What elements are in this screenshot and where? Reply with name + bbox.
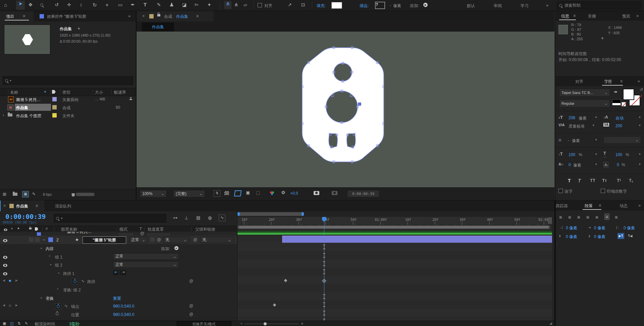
draft-3d-icon[interactable]: ⊥	[184, 215, 188, 220]
viewer-tab[interactable]: 作品集	[142, 22, 174, 32]
layer-label-chip[interactable]	[48, 237, 53, 242]
property-label[interactable]: 变换: 组 2	[63, 287, 81, 293]
caret-down-icon[interactable]: ▾	[595, 138, 597, 141]
tab-dynamics[interactable]: 动态	[620, 203, 628, 209]
puppet-pin-tool-icon[interactable]: ✦	[207, 2, 211, 7]
pick-whip-icon[interactable]: @	[189, 304, 193, 308]
space-after-value[interactable]: 0 像素	[594, 234, 605, 240]
trash-icon[interactable]	[71, 193, 75, 196]
fit-icon[interactable]: ⊡	[301, 2, 305, 7]
current-timecode[interactable]: 0:00:00:39	[5, 213, 46, 221]
item-label[interactable]	[52, 113, 57, 118]
toggle-switches-button[interactable]: 切换开关/模式	[177, 321, 231, 326]
property-label[interactable]: 路径	[87, 279, 95, 285]
fast-preview-icon[interactable]: ↯	[214, 190, 220, 197]
home-icon[interactable]: ⌂	[4, 2, 7, 8]
justify-last-left-button[interactable]: ≡	[586, 214, 589, 220]
comp-mini-flowchart-icon[interactable]: ⊶	[173, 215, 177, 220]
item-label[interactable]	[52, 97, 57, 101]
tab-audio[interactable]: 音频	[588, 13, 596, 19]
interpret-footage-icon[interactable]: ⊞	[3, 192, 6, 197]
keyframe-toggle-icon[interactable]: ◆	[9, 279, 11, 282]
caret-down-icon[interactable]: ▾	[593, 124, 594, 127]
property-row[interactable]: ⌄变换重置	[0, 294, 237, 302]
stopwatch-icon[interactable]	[72, 278, 78, 284]
blend-mode-select[interactable]: 正常⌄	[113, 253, 179, 260]
t-switch[interactable]	[150, 237, 155, 242]
timeline-menu-icon[interactable]: ≡	[36, 203, 38, 208]
add-label[interactable]: 添加:	[161, 246, 170, 252]
bit-depth[interactable]: 8 bpc	[43, 192, 52, 196]
property-row[interactable]: 位置960.0,540.0@	[0, 310, 237, 319]
property-row[interactable]: ⌄内容添加: ▶	[0, 244, 237, 253]
indent-right-value[interactable]: 0 像素	[624, 225, 635, 231]
zoom-slider-handle[interactable]	[264, 322, 267, 325]
type-tool-icon[interactable]: T	[144, 2, 147, 7]
keyframe-toggle-icon[interactable]: ◇	[9, 304, 11, 307]
tab-render-queue[interactable]: 渲染队列	[55, 203, 71, 209]
twirl-icon[interactable]: ›	[3, 112, 4, 118]
property-label[interactable]: 内容	[46, 246, 54, 252]
comp-menu-icon[interactable]: ≡	[196, 14, 199, 18]
eraser-tool-icon[interactable]: ◪	[182, 2, 186, 7]
add-play-icon[interactable]: ▶	[423, 3, 428, 7]
work-area-bar[interactable]	[237, 226, 550, 229]
kerning-value[interactable]: 度量标准	[569, 124, 585, 129]
tracking-value[interactable]: 200	[615, 124, 622, 128]
tab-project[interactable]: 项目 ≡	[0, 11, 34, 21]
eye-icon[interactable]	[3, 264, 7, 267]
align-center-button[interactable]: ≡	[568, 214, 571, 220]
close-tab-icon[interactable]: ×	[142, 13, 145, 18]
col-type[interactable]: 类型	[62, 90, 70, 95]
caret-down-icon[interactable]: ▾	[639, 115, 641, 119]
caret-down-icon[interactable]: ▾	[639, 124, 641, 127]
col-size[interactable]: 大小	[95, 90, 103, 95]
parent-pick-whip-icon[interactable]: @	[193, 237, 197, 242]
tab-paragraph[interactable]: 段落	[585, 203, 593, 209]
tab-composition[interactable]: × 合成 作品集 ≡	[137, 11, 214, 21]
font-style-select[interactable]: Regular ⌄	[559, 99, 610, 107]
property-row[interactable]: ⌄路径 1⇤ ⇥	[0, 269, 237, 278]
align-right-button[interactable]: ≡	[577, 214, 580, 220]
convert-vertex-tool-icon[interactable]: ⋔	[224, 1, 231, 9]
eye-icon[interactable]	[3, 256, 7, 259]
panel-overflow-icon[interactable]: »	[128, 13, 130, 18]
selection-tool-icon[interactable]: ➤	[16, 1, 25, 10]
tsume-value[interactable]: 0	[617, 162, 619, 167]
mask-visibility-icon[interactable]	[234, 190, 242, 196]
baseline-shift-value[interactable]: 0	[569, 162, 571, 167]
property-row[interactable]: ⌄组 2 正常⌄	[0, 261, 237, 269]
navigator-start-handle[interactable]	[237, 212, 240, 216]
project-row-folder[interactable]: › 作品集 个图层 文件夹	[0, 111, 136, 120]
hand-tool-icon[interactable]: ✥	[29, 2, 33, 7]
pen-tool-icon[interactable]: ✒	[131, 2, 135, 7]
property-row[interactable]: ◀ ◆ ▶∿路径@	[0, 277, 237, 286]
fx-switch[interactable]	[35, 237, 40, 242]
panel-menu-icon[interactable]: ≡	[23, 14, 25, 18]
project-row-footage[interactable]: Ai 圖層 5 拷貝… 矢量插画 … MB	[0, 95, 136, 103]
zoom-slider-track[interactable]	[245, 324, 299, 324]
all-caps-button[interactable]: TT	[590, 178, 595, 183]
shape-tool-icon[interactable]: ▱	[244, 2, 247, 7]
superscript-button[interactable]: T¹	[617, 178, 621, 183]
footer-scrollbar[interactable]	[76, 193, 95, 196]
resolution-select[interactable]: (完整)⌄	[173, 190, 205, 197]
col-name[interactable]: 名称	[10, 90, 18, 95]
in-out-icon[interactable]: ⇅	[17, 321, 20, 326]
layer-mode-select[interactable]: 正常⌄	[129, 237, 148, 243]
orbit-camera-tool-icon[interactable]: ↺	[55, 2, 59, 7]
layer-name-editbox[interactable]: “圖層 5”轮廓	[83, 236, 126, 244]
faux-italic-button[interactable]: T	[578, 178, 581, 183]
eye-icon[interactable]	[3, 272, 7, 275]
guides-icon[interactable]: ⬚	[256, 190, 260, 195]
font-family-select[interactable]: Taipei Sans TC B... ⌄	[559, 89, 610, 97]
font-size-value[interactable]: 208	[569, 115, 575, 120]
stopwatch-icon[interactable]	[56, 312, 59, 316]
property-label[interactable]: 变换	[46, 296, 54, 301]
close-tab-icon[interactable]: ×	[3, 203, 6, 208]
comp-name-caret-icon[interactable]: ▾	[78, 26, 80, 31]
twirl-icon[interactable]: ⌄	[40, 245, 43, 250]
justify-all-button[interactable]: ≡	[615, 214, 618, 220]
reset-link[interactable]: 重置	[113, 296, 121, 301]
frame-blending-icon[interactable]: ▤	[196, 215, 200, 220]
